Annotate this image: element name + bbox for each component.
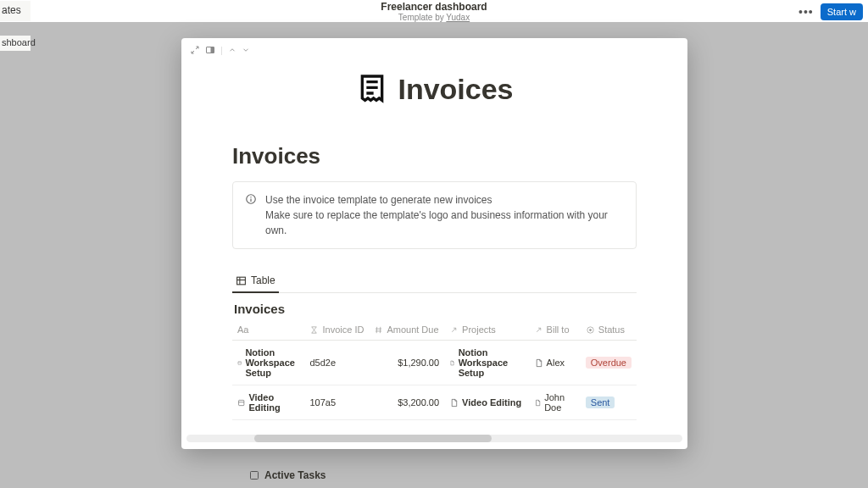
svg-rect-16 <box>239 400 244 405</box>
col-invoice-id[interactable]: Invoice ID <box>304 319 369 341</box>
svg-rect-9 <box>237 277 246 285</box>
hero-title: Invoices <box>398 73 513 106</box>
formula-icon <box>309 325 319 335</box>
row-project[interactable]: Notion Workspace Setup <box>449 347 524 378</box>
row-amount: $3,200.00 <box>369 385 444 420</box>
col-projects[interactable]: Projects <box>444 319 529 341</box>
svg-rect-14 <box>238 361 242 364</box>
table-icon <box>236 275 247 286</box>
table-row[interactable]: Notion Workspace Setupd5d2e$1,290.00Noti… <box>232 341 637 385</box>
more-button[interactable]: ••• <box>798 5 814 19</box>
table-row[interactable]: Video Editing107a5$3,200.00Video Editing… <box>232 385 637 420</box>
page-title: Freelancer dashboard <box>381 1 487 13</box>
row-bill-to[interactable]: Alex <box>534 358 576 368</box>
status-icon <box>586 325 595 335</box>
peek-mode-icon[interactable] <box>205 45 215 55</box>
svg-rect-0 <box>251 472 259 480</box>
col-bill-to[interactable]: Bill to <box>529 319 581 341</box>
svg-point-13 <box>589 329 592 331</box>
row-project[interactable]: Video Editing <box>449 397 524 408</box>
info-icon <box>245 193 257 238</box>
author-link[interactable]: Yudax <box>446 13 470 22</box>
sidebar-fragment: ates <box>0 1 31 21</box>
row-invoice-id: 107a5 <box>304 385 369 420</box>
horizontal-scrollbar[interactable] <box>186 435 682 442</box>
start-button[interactable]: Start w <box>821 3 863 20</box>
database-title[interactable]: Invoices <box>232 302 637 316</box>
row-invoice-id: d5d2e <box>304 341 369 385</box>
col-amount[interactable]: Amount Due <box>369 319 444 341</box>
row-status: Sent <box>581 385 637 420</box>
row-status: Overdue <box>581 341 637 385</box>
scrollbar-thumb[interactable] <box>254 435 492 442</box>
callout-line: Make sure to replace the template's logo… <box>265 208 624 238</box>
row-bill-to[interactable]: John Doe <box>534 392 576 413</box>
callout-line: Use the invoice template to generate new… <box>265 192 624 208</box>
background-row: Active Tasks <box>249 469 326 481</box>
svg-rect-2 <box>211 47 214 53</box>
col-status[interactable]: Status <box>581 319 637 341</box>
db-tabs: Table <box>232 269 637 293</box>
page-hero: Invoices <box>181 72 687 106</box>
checklist-icon <box>249 470 259 480</box>
row-amount: $1,290.00 <box>369 341 444 385</box>
row-name[interactable]: Video Editing <box>237 392 299 413</box>
expand-icon[interactable] <box>190 45 200 55</box>
nav-prev-icon[interactable] <box>228 46 236 54</box>
callout: Use the invoice template to generate new… <box>232 181 637 249</box>
row-name[interactable]: Notion Workspace Setup <box>237 347 299 378</box>
tab-table[interactable]: Table <box>232 269 279 293</box>
table-header-row: Aa Invoice ID Amount Due Projects Bill t… <box>232 319 637 341</box>
col-name[interactable]: Aa <box>232 319 304 341</box>
page-popover: | Invoices Invoices Use the invoice temp… <box>181 38 687 449</box>
number-icon <box>374 325 383 335</box>
svg-point-7 <box>250 197 251 197</box>
relation-icon <box>449 325 459 335</box>
section-title: Invoices <box>232 143 637 169</box>
popover-toolbar: | <box>181 38 687 62</box>
page-subtitle: Template by Yudax <box>381 13 487 22</box>
relation-icon <box>534 325 543 335</box>
sidebar-fragment: shboard <box>0 36 31 51</box>
invoices-table: Aa Invoice ID Amount Due Projects Bill t… <box>232 319 637 420</box>
receipt-icon <box>355 72 389 106</box>
nav-next-icon[interactable] <box>242 46 250 54</box>
app-header: Freelancer dashboard Template by Yudax •… <box>0 0 868 22</box>
